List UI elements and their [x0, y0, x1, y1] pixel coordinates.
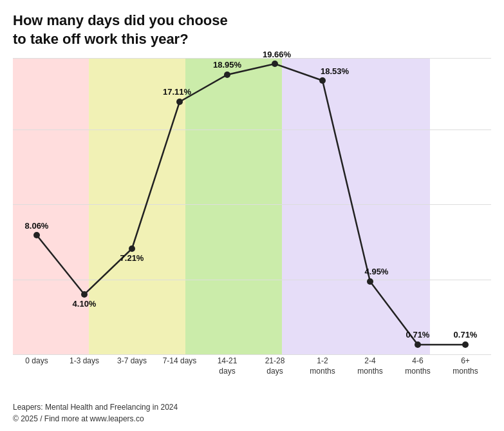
- x-label-2-4months: 2-4months: [346, 356, 394, 376]
- title-line1: How many days did you choose: [13, 12, 228, 28]
- x-label-0days: 0 days: [13, 356, 61, 376]
- svg-point-5: [272, 61, 278, 67]
- svg-point-1: [81, 291, 88, 298]
- x-label-21-28days: 21-28days: [251, 356, 299, 376]
- label-0days: 8.06%: [25, 221, 49, 231]
- svg-point-3: [176, 99, 183, 105]
- chart-inner: 8.06% 4.10% 7.21% 17.11% 18.95% 19.66% 1…: [13, 59, 491, 355]
- svg-point-4: [224, 72, 230, 78]
- svg-point-7: [367, 278, 373, 285]
- footer-line2: © 2025 / Find more at www.leapers.co: [13, 413, 491, 425]
- svg-point-2: [129, 245, 135, 252]
- svg-point-0: [33, 232, 40, 238]
- chart-area: 8.06% 4.10% 7.21% 17.11% 18.95% 19.66% 1…: [13, 59, 491, 396]
- x-label-1-2months: 1-2months: [299, 356, 346, 376]
- x-label-3-7days: 3-7 days: [108, 356, 156, 376]
- x-label-1-3days: 1-3 days: [61, 356, 108, 376]
- label-7-14days: 17.11%: [163, 87, 191, 97]
- x-label-6plus-months: 6+months: [442, 356, 489, 376]
- label-14-21days: 18.95%: [213, 60, 241, 70]
- label-1-3days: 4.10%: [73, 299, 97, 309]
- label-3-7days: 7.21%: [120, 253, 144, 263]
- x-label-14-21days: 14-21days: [203, 356, 251, 376]
- label-1-2months: 18.53%: [321, 66, 349, 76]
- label-21-28days: 19.66%: [263, 50, 291, 59]
- footer-line1: Leapers: Mental Health and Freelancing i…: [13, 401, 491, 413]
- x-label-7-14days: 7-14 days: [156, 356, 203, 376]
- label-4-6months: 0.71%: [406, 330, 430, 340]
- x-axis: 0 days 1-3 days 3-7 days 7-14 days 14-21…: [13, 356, 491, 376]
- chart-title: How many days did you choose to take off…: [13, 12, 491, 48]
- svg-point-6: [319, 77, 326, 84]
- label-2-4months: 4.95%: [365, 267, 389, 276]
- label-6plus-months: 0.71%: [454, 330, 478, 340]
- svg-point-9: [462, 341, 469, 348]
- footer: Leapers: Mental Health and Freelancing i…: [13, 401, 491, 425]
- title-line2: to take off work this year?: [13, 31, 189, 47]
- x-label-4-6months: 4-6months: [394, 356, 442, 376]
- svg-point-8: [415, 341, 421, 348]
- line-chart-svg: [13, 59, 491, 355]
